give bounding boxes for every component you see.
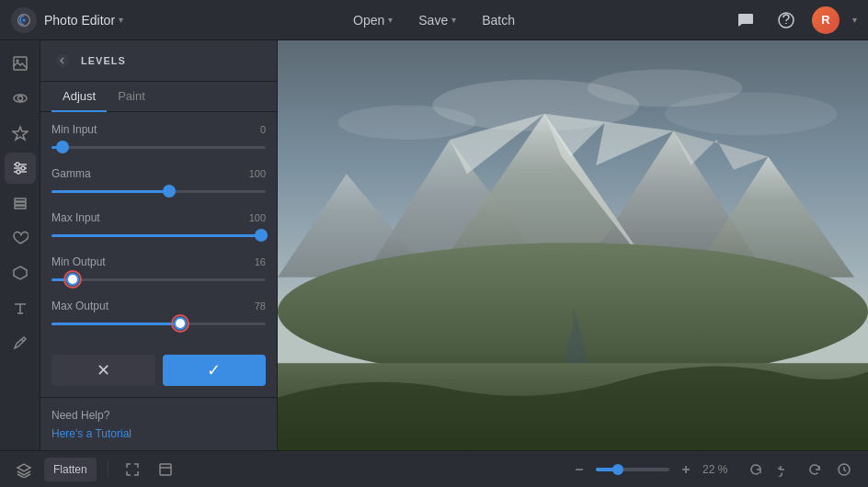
tab-adjust[interactable]: Adjust	[51, 82, 107, 112]
draw-tool-icon[interactable]	[5, 327, 36, 358]
svg-marker-7	[13, 127, 28, 140]
redo-icon[interactable]	[802, 457, 828, 482]
min-output-track	[51, 278, 266, 281]
svg-rect-18	[15, 202, 26, 205]
star-tool-icon[interactable]	[5, 118, 36, 149]
svg-point-8	[16, 163, 19, 166]
undo-icon[interactable]	[772, 457, 798, 482]
tab-paint[interactable]: Paint	[107, 82, 156, 112]
save-button[interactable]: Save ▾	[409, 9, 465, 31]
zoom-value: 22 %	[702, 463, 736, 476]
view-tool-icon[interactable]	[5, 83, 36, 114]
svg-rect-19	[15, 206, 26, 209]
adjust-tool-icon[interactable]	[5, 153, 36, 184]
history-icon[interactable]	[831, 457, 857, 482]
avatar[interactable]: R	[812, 6, 839, 34]
min-output-value: 16	[255, 256, 266, 267]
gamma-slider[interactable]	[51, 184, 266, 198]
separator-1	[108, 460, 108, 479]
min-input-slider[interactable]	[51, 140, 266, 154]
bottom-right-icons	[743, 457, 857, 482]
min-input-label: Min Input	[51, 123, 97, 136]
max-input-value: 100	[249, 212, 266, 223]
svg-marker-20	[14, 266, 27, 279]
levels-panel: LEVELS Adjust Paint Min Input 0	[40, 40, 278, 450]
panel-actions: ✕ ✓	[40, 355, 277, 397]
canvas-image	[278, 40, 868, 450]
text-tool-icon[interactable]	[5, 292, 36, 323]
max-input-fill	[51, 234, 261, 237]
min-input-track	[51, 146, 266, 149]
panel-controls: Min Input 0 Gamma 100	[40, 112, 277, 355]
gamma-thumb[interactable]	[163, 185, 176, 198]
min-input-control: Min Input 0	[51, 123, 266, 154]
app-logo[interactable]	[11, 7, 37, 33]
svg-point-1	[22, 18, 25, 21]
svg-point-14	[17, 170, 20, 174]
svg-line-24	[21, 339, 24, 342]
batch-button[interactable]: Batch	[473, 9, 524, 31]
svg-rect-17	[15, 198, 26, 201]
gamma-track	[51, 190, 266, 193]
max-output-thumb[interactable]	[174, 317, 187, 330]
zoom-controls: 22 %	[568, 459, 736, 481]
main-area: LEVELS Adjust Paint Min Input 0	[0, 40, 868, 450]
min-output-label-row: Min Output 16	[51, 255, 266, 268]
max-output-value: 78	[255, 300, 266, 311]
layers-tool-icon[interactable]	[5, 187, 36, 219]
min-input-thumb[interactable]	[56, 141, 69, 153]
svg-point-4	[16, 60, 18, 62]
max-output-slider[interactable]	[51, 316, 266, 331]
max-input-thumb[interactable]	[255, 229, 268, 242]
svg-point-30	[665, 92, 837, 135]
min-output-label: Min Output	[51, 255, 106, 268]
cancel-button[interactable]: ✕	[51, 355, 155, 386]
bottom-bar: Flatten 22 %	[0, 450, 868, 487]
svg-rect-41	[160, 464, 171, 475]
topbar-center: Open ▾ Save ▾ Batch	[344, 9, 524, 31]
help-icon-button[interactable]	[771, 6, 801, 35]
expand-icon[interactable]	[120, 457, 145, 482]
max-input-label-row: Max Input 100	[51, 211, 266, 224]
zoom-in-icon[interactable]	[675, 459, 697, 481]
zoom-slider-thumb[interactable]	[612, 464, 623, 475]
chat-icon-button[interactable]	[731, 6, 760, 35]
help-link[interactable]: Here's a Tutorial	[51, 427, 131, 440]
max-input-track	[51, 234, 266, 237]
zoom-out-icon[interactable]	[568, 459, 590, 481]
rotate-cw-icon[interactable]	[743, 457, 769, 482]
svg-point-11	[21, 166, 25, 170]
topbar: Photo Editor ▾ Open ▾ Save ▾ Batch R ▾	[0, 0, 868, 40]
topbar-right: R ▾	[731, 6, 857, 35]
heart-tool-icon[interactable]	[5, 222, 36, 254]
panel-header: LEVELS	[40, 40, 277, 82]
min-input-value: 0	[260, 124, 266, 135]
gamma-fill	[51, 190, 169, 193]
image-tool-icon[interactable]	[5, 48, 36, 79]
max-output-track	[51, 323, 266, 325]
zoom-slider[interactable]	[596, 468, 669, 471]
title-chevron: ▾	[119, 15, 123, 25]
svg-point-25	[56, 54, 69, 67]
min-output-thumb[interactable]	[66, 273, 79, 286]
svg-point-6	[17, 96, 22, 101]
open-button[interactable]: Open ▾	[344, 9, 402, 31]
panel-back-button[interactable]	[51, 50, 74, 72]
help-title: Need Help?	[51, 409, 266, 422]
max-input-slider[interactable]	[51, 228, 266, 243]
flatten-button[interactable]: Flatten	[44, 458, 97, 481]
fullscreen-icon[interactable]	[153, 457, 178, 482]
max-output-label: Max Output	[51, 300, 108, 312]
max-input-control: Max Input 100	[51, 211, 266, 243]
max-output-fill	[51, 323, 180, 325]
shape-tool-icon[interactable]	[5, 257, 36, 289]
panel-tabs: Adjust Paint	[40, 82, 277, 112]
layers-bottom-icon[interactable]	[11, 457, 37, 482]
app-title[interactable]: Photo Editor ▾	[44, 13, 123, 28]
min-output-control: Min Output 16	[51, 255, 266, 287]
confirm-button[interactable]: ✓	[163, 355, 267, 386]
avatar-chevron[interactable]: ▾	[852, 15, 857, 25]
min-output-slider[interactable]	[51, 272, 266, 287]
canvas-area[interactable]	[278, 40, 868, 450]
gamma-label-row: Gamma 100	[51, 167, 266, 180]
